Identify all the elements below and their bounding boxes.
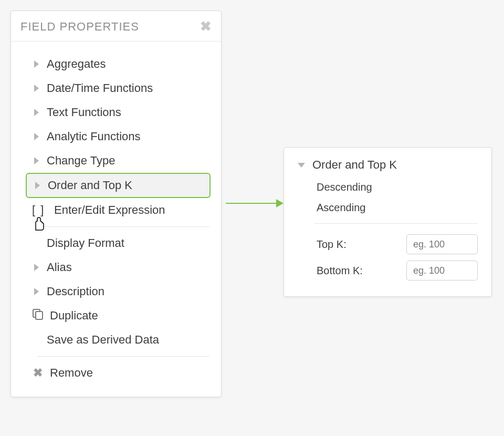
item-label: Enter/Edit Expression bbox=[54, 203, 165, 217]
svg-rect-1 bbox=[36, 312, 43, 319]
field-top-k: Top K: bbox=[284, 231, 491, 257]
order-top-k-callout: Order and Top K Descending Ascending Top… bbox=[284, 147, 492, 297]
item-enter-edit-expression[interactable]: [ ] Enter/Edit Expression bbox=[11, 198, 221, 222]
close-icon[interactable]: ✖ bbox=[200, 18, 212, 35]
chevron-right-icon bbox=[34, 60, 39, 68]
chevron-right-icon bbox=[34, 157, 39, 164]
item-description[interactable]: Description bbox=[11, 279, 221, 304]
field-properties-panel: FIELD PROPERTIES ✖ Aggregates Date/Time … bbox=[10, 11, 222, 397]
field-bottom-k: Bottom K: bbox=[284, 257, 491, 284]
divider bbox=[314, 223, 478, 224]
top-k-input[interactable] bbox=[406, 234, 478, 254]
item-save-derived[interactable]: Save as Derived Data bbox=[11, 328, 221, 352]
item-remove[interactable]: ✖ Remove bbox=[11, 361, 221, 385]
item-duplicate[interactable]: Duplicate bbox=[11, 304, 221, 328]
item-label: Date/Time Functions bbox=[47, 81, 153, 95]
top-k-label: Top K: bbox=[317, 238, 346, 251]
panel-title: FIELD PROPERTIES bbox=[20, 20, 139, 34]
chevron-right-icon bbox=[34, 264, 39, 271]
item-label: Change Type bbox=[47, 154, 115, 168]
option-descending[interactable]: Descending bbox=[284, 177, 491, 198]
item-label: Description bbox=[47, 285, 104, 298]
item-alias[interactable]: Alias bbox=[11, 255, 221, 279]
callout-header[interactable]: Order and Top K bbox=[284, 158, 491, 177]
item-order-top-k[interactable]: Order and Top K bbox=[26, 173, 211, 198]
item-display-format[interactable]: Display Format bbox=[11, 231, 221, 255]
bottom-k-label: Bottom K: bbox=[317, 265, 363, 277]
panel-header: FIELD PROPERTIES ✖ bbox=[11, 11, 221, 41]
option-label: Descending bbox=[317, 181, 372, 193]
chevron-right-icon bbox=[35, 182, 40, 189]
item-datetime-functions[interactable]: Date/Time Functions bbox=[11, 76, 221, 100]
arrow-right-icon bbox=[276, 199, 284, 207]
chevron-right-icon bbox=[34, 133, 39, 140]
chevron-right-icon bbox=[34, 109, 39, 116]
duplicate-icon bbox=[32, 308, 44, 323]
item-label: Save as Derived Data bbox=[47, 333, 159, 347]
item-label: Analytic Functions bbox=[47, 130, 141, 143]
bottom-k-input[interactable] bbox=[406, 261, 478, 281]
brackets-icon: [ ] bbox=[32, 203, 45, 217]
item-analytic-functions[interactable]: Analytic Functions bbox=[11, 124, 221, 149]
item-label: Aggregates bbox=[47, 57, 106, 71]
item-change-type[interactable]: Change Type bbox=[11, 149, 221, 173]
chevron-down-icon bbox=[298, 163, 305, 168]
callout-title: Order and Top K bbox=[312, 158, 397, 172]
callout-arrow bbox=[226, 201, 284, 206]
item-label: Display Format bbox=[47, 236, 124, 250]
option-label: Ascending bbox=[317, 202, 365, 213]
divider bbox=[37, 226, 209, 227]
arrow-line bbox=[226, 203, 276, 204]
item-label: Remove bbox=[50, 366, 93, 380]
item-label: Alias bbox=[47, 261, 72, 274]
item-label: Duplicate bbox=[50, 309, 98, 323]
chevron-right-icon bbox=[34, 85, 39, 92]
item-label: Order and Top K bbox=[48, 179, 132, 192]
panel-body: Aggregates Date/Time Functions Text Func… bbox=[11, 41, 221, 397]
item-text-functions[interactable]: Text Functions bbox=[11, 100, 221, 124]
remove-icon: ✖ bbox=[33, 366, 43, 380]
item-label: Text Functions bbox=[47, 106, 121, 119]
chevron-right-icon bbox=[34, 288, 39, 295]
item-aggregates[interactable]: Aggregates bbox=[11, 52, 221, 76]
option-ascending[interactable]: Ascending bbox=[284, 198, 491, 218]
divider bbox=[37, 356, 209, 357]
